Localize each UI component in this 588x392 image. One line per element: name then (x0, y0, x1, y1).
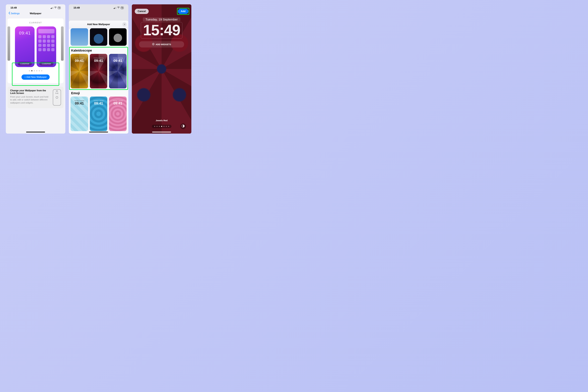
wallpaper-previews[interactable]: 09:41 Customise Customise (10, 26, 62, 67)
sheet-title: Add New Wallpaper (87, 23, 110, 26)
info-body: From your Lock Screen, touch and hold to… (10, 96, 50, 104)
preview-time: 09:41 (16, 31, 33, 36)
sheet-body[interactable]: Kaleidoscope Tuesday, 9 January 09:41 Tu… (69, 28, 128, 134)
wallpaper-row-partial (69, 28, 128, 47)
back-label: Settings (11, 12, 20, 15)
homescreen-preview[interactable]: Customise (36, 26, 56, 67)
status-time: 15:49 (74, 6, 80, 9)
wallpaper-thumb-kaleidoscope-blue[interactable]: Tuesday, 9 January 09:41 (109, 54, 126, 88)
cancel-button[interactable]: Cancel (135, 9, 149, 14)
appearance-toggle-button[interactable] (180, 124, 186, 129)
top-controls: Cancel Add (132, 9, 191, 14)
back-button[interactable]: Settings (8, 12, 20, 15)
lock-content: Tuesday, 19 September 15:49 ADD WIDGETS (132, 18, 191, 48)
wallpaper-name: Jewels Red (132, 119, 191, 122)
page-dots[interactable] (10, 70, 62, 71)
section-unity: Unity (69, 132, 128, 134)
wallpaper-row-kaleidoscope: Tuesday, 9 January 09:41 Tuesday, 9 Janu… (69, 54, 128, 90)
home-indicator[interactable] (152, 132, 171, 132)
lock-time: 15:49 (143, 22, 180, 38)
lockscreen-hint-icon: 9:41 (53, 89, 61, 106)
add-new-wallpaper-button[interactable]: + Add New Wallpaper (22, 74, 50, 80)
wallpaper-thumb-sky[interactable] (70, 28, 88, 46)
lock-time-box[interactable]: 15:49 (141, 22, 182, 38)
close-button[interactable]: ✕ (122, 22, 126, 26)
chevron-left-icon (8, 12, 10, 15)
wallpaper-thumb-kaleidoscope-gold[interactable]: Tuesday, 9 January 09:41 (70, 54, 88, 88)
add-new-label: Add New Wallpaper (26, 76, 47, 78)
page-title: Wallpaper (30, 12, 42, 15)
wallpaper-row-emoji: Tuesday, 9 January 09:41 Tuesday, 9 Janu… (69, 96, 128, 132)
screen-wallpaper-preview: Cancel Add Tuesday, 19 September 15:49 A… (132, 4, 191, 134)
wifi-icon (117, 6, 120, 9)
wallpaper-thumb-emoji-flower[interactable]: Tuesday, 9 January 09:41 (109, 96, 126, 131)
wallpaper-thumb-earth[interactable] (90, 28, 108, 46)
info-title: Change your Wallpaper from the Lock Scre… (10, 89, 50, 94)
current-wallpaper-card: CURRENT 09:41 Customise Customise (8, 18, 64, 83)
cellular-icon (114, 7, 116, 9)
screen-wallpaper-settings: 15:49 72 Settings Wallpaper CURRENT 09:4… (6, 4, 65, 134)
half-circle-icon (182, 124, 185, 128)
wallpaper-thumb-kaleidoscope-red[interactable]: Tuesday, 9 January 09:41 (90, 54, 108, 88)
variant-pager[interactable] (152, 125, 172, 128)
wallpaper-thumb-emoji-bee[interactable]: Tuesday, 9 January 09:41 (70, 96, 88, 131)
plus-icon: + (24, 76, 26, 78)
status-right: 72 (51, 6, 61, 9)
home-indicator[interactable] (89, 132, 108, 132)
add-widgets-label: ADD WIDGETS (156, 43, 171, 46)
preview-app-grid (38, 35, 54, 51)
status-bar: 15:49 72 (69, 4, 128, 10)
battery-icon: 72 (58, 6, 61, 9)
sheet-header: Add New Wallpaper ✕ (69, 20, 128, 28)
preview-peek-left[interactable] (8, 26, 10, 61)
add-widgets-button[interactable]: ADD WIDGETS (139, 41, 184, 48)
customise-lock-button[interactable]: Customise (18, 62, 32, 66)
nav-bar: Settings Wallpaper (6, 10, 65, 17)
battery-icon: 72 (121, 6, 124, 9)
status-right: 72 (114, 6, 124, 9)
lockscreen-preview[interactable]: 09:41 Customise (15, 26, 34, 67)
info-card: Change your Wallpaper from the Lock Scre… (8, 87, 64, 108)
wifi-icon (54, 6, 57, 9)
status-time: 15:49 (10, 6, 17, 9)
current-label: CURRENT (10, 21, 62, 24)
bottom-area: Jewels Red (132, 119, 191, 129)
lock-date[interactable]: Tuesday, 19 September (143, 18, 180, 22)
home-indicator[interactable] (26, 132, 45, 132)
cellular-icon (51, 7, 53, 9)
wallpaper-thumb-moon[interactable] (109, 28, 126, 46)
customise-home-button[interactable]: Customise (39, 62, 54, 66)
section-emoji: Emoji (69, 90, 128, 96)
preview-search-pill (38, 29, 54, 34)
wallpaper-thumb-emoji-fish[interactable]: Tuesday, 9 January 09:41 (90, 96, 108, 131)
status-bar: 15:49 72 (6, 4, 65, 10)
preview-peek-right[interactable] (61, 26, 64, 61)
screen-add-wallpaper: 15:49 72 Add New Wallpaper ✕ Kaleidoscop… (69, 4, 128, 134)
plus-circle-icon (152, 43, 154, 46)
section-kaleidoscope: Kaleidoscope (69, 47, 128, 54)
close-icon: ✕ (124, 23, 126, 26)
add-button[interactable]: Add (178, 9, 188, 14)
